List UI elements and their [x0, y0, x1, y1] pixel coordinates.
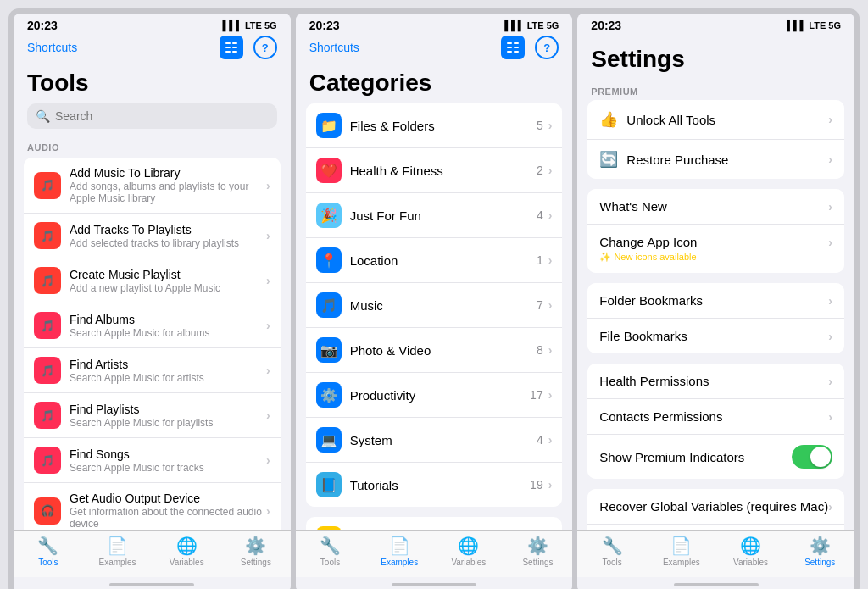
status-bar-settings: 20:23 ▌▌▌ LTE 5G [577, 14, 854, 36]
list-title: Find Songs [70, 447, 266, 461]
list-item[interactable]: 🎵 Add Music To Library Add songs, albums… [24, 158, 281, 214]
show-premium-indicators-item[interactable]: Show Premium Indicators [587, 435, 844, 479]
chevron-icon: › [828, 410, 832, 424]
change-app-icon-title: Change App Icon [599, 235, 828, 249]
tools-tab-label: Tools [38, 558, 58, 567]
recover-global-variables-title: Recover Global Variables (requires Mac) [599, 499, 828, 514]
chevron-icon: › [828, 200, 832, 214]
tab-examples[interactable]: 📄 Examples [364, 536, 434, 567]
tab-settings[interactable]: ⚙️ Settings [504, 536, 573, 567]
tab-variables[interactable]: 🌐 Variables [434, 536, 504, 567]
contacts-permissions-item[interactable]: Contacts Permissions › [587, 399, 844, 435]
cat-item[interactable]: ❤️ Health & Fitness 2 › [306, 148, 563, 193]
list-subtitle: Add selected tracks to library playlists [70, 237, 266, 249]
chevron-icon: › [548, 433, 553, 447]
tab-examples[interactable]: 📄 Examples [83, 536, 153, 567]
tab-tools[interactable]: 🔧 Tools [14, 536, 83, 567]
music-icon: 🎵 [316, 292, 342, 318]
settings-tab-icon: ⚙️ [527, 536, 548, 556]
cat-count: 8 [537, 343, 543, 357]
chevron-icon: › [828, 236, 832, 249]
health-permissions-item[interactable]: Health Permissions › [587, 364, 844, 399]
tab-variables[interactable]: 🌐 Variables [716, 536, 786, 567]
examples-tab-icon: 📄 [107, 536, 128, 556]
add-tracks-icon: 🎵 [34, 222, 61, 249]
tab-examples[interactable]: 📄 Examples [647, 536, 716, 567]
show-premium-indicators-title: Show Premium Indicators [599, 450, 792, 464]
restore-purchase-item[interactable]: 🔄 Restore Purchase › [587, 140, 844, 179]
cat-item[interactable]: 🎉 Just For Fun 4 › [306, 193, 563, 238]
tab-bar-settings: 🔧 Tools 📄 Examples 🌐 Variables ⚙️ Settin… [577, 530, 854, 577]
unlock-tools-item[interactable]: 👍 Unlock All Tools › [587, 100, 844, 140]
file-bookmarks-title: File Bookmarks [599, 329, 828, 343]
tab-tools[interactable]: 🔧 Tools [296, 536, 365, 567]
list-subtitle: Add a new playlist to Apple Music [70, 282, 266, 294]
free-item[interactable]: 🆓 Free 18 › [306, 517, 563, 530]
list-item[interactable]: 🎵 Create Music Playlist Add a new playli… [24, 258, 281, 303]
cat-item[interactable]: 📍 Location 1 › [306, 238, 563, 283]
help-icon-btn[interactable]: ? [535, 36, 559, 59]
home-indicator [577, 577, 854, 589]
tools-tab-icon: 🔧 [37, 536, 58, 556]
cat-count: 19 [530, 478, 543, 492]
cat-title: Productivity [350, 388, 530, 403]
grid-icon-btn[interactable] [501, 36, 525, 59]
search-input[interactable] [55, 109, 269, 123]
chevron-icon: › [266, 453, 270, 467]
svg-rect-6 [507, 42, 512, 44]
change-app-icon-item[interactable]: Change App Icon › ✨ New icons available [587, 225, 844, 273]
list-item[interactable]: 🎵 Find Artists Search Apple Music for ar… [24, 348, 281, 393]
list-text: Find Songs Search Apple Music for tracks [70, 447, 266, 474]
find-artists-icon: 🎵 [34, 357, 61, 384]
svg-rect-7 [514, 42, 519, 44]
grid-icon-btn[interactable] [220, 36, 243, 59]
tab-tools[interactable]: 🔧 Tools [577, 536, 647, 567]
cat-item[interactable]: 📁 Files & Folders 5 › [306, 103, 563, 148]
list-item[interactable]: 🎵 Find Songs Search Apple Music for trac… [24, 438, 281, 483]
cat-item[interactable]: 💻 System 4 › [306, 418, 563, 463]
cat-count: 17 [530, 388, 543, 402]
examples-tab-label: Examples [381, 558, 418, 567]
list-item[interactable]: 🎵 Find Albums Search Apple Music for alb… [24, 303, 281, 348]
get-audio-output-icon: 🎧 [34, 497, 61, 525]
tab-settings[interactable]: ⚙️ Settings [785, 536, 854, 567]
variables-tab-icon: 🌐 [740, 536, 761, 556]
toggle-knob [810, 447, 831, 467]
tab-bar-tools: 🔧 Tools 📄 Examples 🌐 Variables ⚙️ Settin… [14, 530, 291, 577]
shortcuts-link[interactable]: Shortcuts [309, 41, 359, 54]
cat-item[interactable]: 📷 Photo & Video 8 › [306, 328, 563, 373]
whats-new-item[interactable]: What's New › [587, 189, 844, 225]
recover-global-variables-item[interactable]: Recover Global Variables (requires Mac) … [587, 489, 844, 525]
cat-item[interactable]: 🎵 Music 7 › [306, 283, 563, 328]
categories-list: 📁 Files & Folders 5 › ❤️ Health & Fitnes… [306, 103, 563, 507]
search-bar[interactable]: 🔍 [27, 103, 277, 129]
examples-tab-label: Examples [663, 558, 700, 567]
list-item[interactable]: 🎧 Get Audio Output Device Get informatio… [24, 483, 281, 530]
tab-settings[interactable]: ⚙️ Settings [221, 536, 291, 567]
premium-indicators-toggle[interactable] [792, 445, 832, 469]
file-bookmarks-item[interactable]: File Bookmarks › [587, 319, 844, 353]
cat-item[interactable]: ⚙️ Productivity 17 › [306, 373, 563, 418]
cat-item[interactable]: 📘 Tutorials 19 › [306, 463, 563, 507]
cat-count: 1 [537, 253, 543, 267]
list-title: Add Music To Library [70, 166, 266, 180]
cat-title: Files & Folders [350, 119, 537, 133]
status-time: 20:23 [309, 19, 340, 32]
find-playlists-icon: 🎵 [34, 402, 61, 429]
svg-rect-8 [507, 47, 512, 48]
folder-bookmarks-item[interactable]: Folder Bookmarks › [587, 283, 844, 319]
chevron-icon: › [548, 343, 553, 357]
help-icon-btn[interactable]: ? [253, 36, 277, 59]
tab-variables[interactable]: 🌐 Variables [152, 536, 221, 567]
more-group: Recover Global Variables (requires Mac) … [587, 489, 844, 530]
status-bar-tools: 20:23 ▌▌▌ LTE 5G [14, 14, 291, 36]
settings-scroll: PREMIUM 👍 Unlock All Tools › 🔄 Restore P… [577, 80, 854, 530]
list-subtitle: Add songs, albums and playlists to your … [70, 181, 266, 204]
settings-tab-label: Settings [241, 558, 271, 567]
chevron-icon: › [828, 375, 832, 388]
list-subtitle: Search Apple Music for artists [70, 372, 266, 384]
shortcuts-link[interactable]: Shortcuts [27, 41, 77, 54]
chevron-icon: › [548, 253, 553, 267]
list-item[interactable]: 🎵 Find Playlists Search Apple Music for … [24, 393, 281, 438]
list-item[interactable]: 🎵 Add Tracks To Playlists Add selected t… [24, 214, 281, 258]
